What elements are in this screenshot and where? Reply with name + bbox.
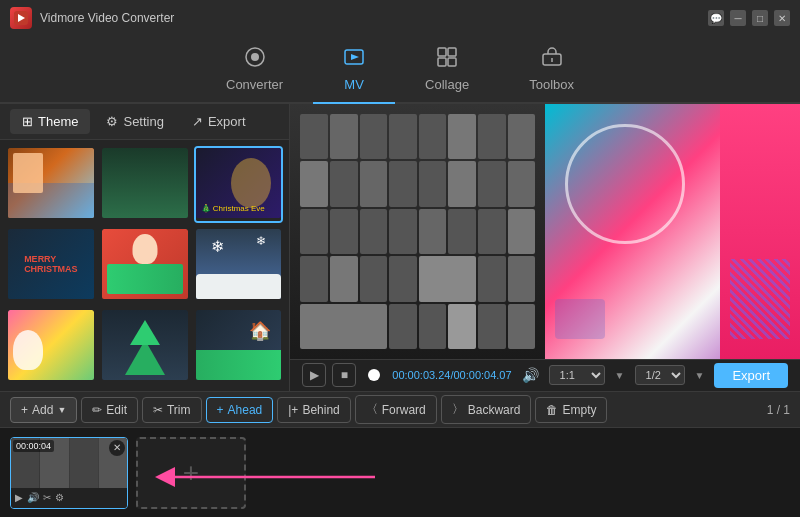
sub-tab-setting[interactable]: ⚙ Setting — [94, 109, 175, 134]
theme-stripes-waves[interactable]: Stripes & Waves — [6, 308, 96, 385]
clip-more-icon[interactable]: ⚙ — [55, 492, 64, 503]
app-logo — [10, 7, 32, 29]
controls-left-group: ▶ ■ — [302, 363, 356, 387]
theme-simple-label: Simple — [102, 218, 188, 223]
trim-button[interactable]: ✂ Trim — [142, 397, 202, 423]
behind-button-label: Behind — [302, 403, 339, 417]
controls-right-group: Export — [714, 363, 788, 388]
ahead-icon: + — [217, 403, 224, 417]
setting-icon: ⚙ — [106, 114, 118, 129]
theme-merry-christmas[interactable]: MERRYCHRISTMAS Merry Christmas — [6, 227, 96, 304]
tab-collage[interactable]: Collage — [395, 38, 499, 102]
volume-icon[interactable]: 🔊 — [522, 367, 539, 383]
theme-snowy-night-label: Snowy Night — [196, 299, 282, 304]
svg-rect-7 — [448, 48, 456, 56]
collage-icon — [436, 46, 458, 73]
timeline-thumb — [368, 369, 380, 381]
chat-button[interactable]: 💬 — [708, 10, 724, 26]
theme-santa-claus[interactable]: Santa Claus — [100, 227, 190, 304]
left-panel: ⊞ Theme ⚙ Setting ↗ Export — [0, 104, 290, 391]
add-button[interactable]: + Add ▼ — [10, 397, 77, 423]
backward-icon: 〉 — [452, 401, 464, 418]
add-clip-button[interactable]: + — [136, 437, 246, 509]
track-clip[interactable]: 00:00:04 ✕ ▶ 🔊 ✂ ⚙ — [10, 437, 128, 509]
theme-beautiful-christmas[interactable]: 🏠 Beautiful Christmas — [194, 308, 284, 385]
tab-toolbox[interactable]: Toolbox — [499, 38, 604, 102]
theme-christmas-tree-label: Christmas Tree — [102, 380, 188, 385]
tab-converter-label: Converter — [226, 77, 283, 92]
theme-christmas-eve[interactable]: 🎄 Christmas Eve Christmas Eve — [194, 146, 284, 223]
trim-icon: ✂ — [153, 403, 163, 417]
theme-simple[interactable]: Simple — [100, 146, 190, 223]
empty-button[interactable]: 🗑 Empty — [535, 397, 607, 423]
video-preview — [290, 104, 800, 359]
theme-christmas-tree[interactable]: Christmas Tree — [100, 308, 190, 385]
backward-button-label: Backward — [468, 403, 521, 417]
theme-beautiful-christmas-label: Beautiful Christmas — [196, 380, 282, 385]
sub-tab-export-label: Export — [208, 114, 246, 129]
title-bar: Vidmore Video Converter 💬 ─ □ ✕ — [0, 0, 800, 36]
tab-mv[interactable]: MV — [313, 38, 395, 104]
svg-point-3 — [251, 53, 259, 61]
page-indicator: 1 / 1 — [767, 403, 790, 417]
sub-tab-theme[interactable]: ⊞ Theme — [10, 109, 90, 134]
clip-close-button[interactable]: ✕ — [109, 440, 125, 456]
theme-merry-christmas-label: Merry Christmas — [8, 299, 94, 304]
edit-button-label: Edit — [106, 403, 127, 417]
add-dropdown-arrow: ▼ — [57, 405, 66, 415]
size-arrow-icon: ▼ — [695, 370, 705, 381]
right-panel: ▶ ■ 00:00:03.24/00:00:04.07 🔊 1:1 16:9 4… — [290, 104, 800, 391]
toolbox-icon — [541, 46, 563, 73]
sub-tab-theme-label: Theme — [38, 114, 78, 129]
time-display: 00:00:03.24/00:00:04.07 — [392, 369, 511, 381]
stop-button[interactable]: ■ — [332, 363, 356, 387]
export-icon: ↗ — [192, 114, 203, 129]
app-title: Vidmore Video Converter — [40, 11, 174, 25]
sub-tab-export[interactable]: ↗ Export — [180, 109, 258, 134]
tab-mv-label: MV — [344, 77, 364, 92]
theme-happy-label: Happy — [8, 218, 94, 223]
sub-tab-setting-label: Setting — [123, 114, 163, 129]
theme-snowy-night[interactable]: ❄ ❄ Snowy Night — [194, 227, 284, 304]
title-bar-left: Vidmore Video Converter — [10, 7, 174, 29]
close-button[interactable]: ✕ — [774, 10, 790, 26]
edit-button[interactable]: ✏ Edit — [81, 397, 138, 423]
svg-marker-5 — [351, 54, 359, 60]
theme-icon: ⊞ — [22, 114, 33, 129]
behind-icon: |+ — [288, 403, 298, 417]
ratio-select[interactable]: 1:1 16:9 4:3 — [549, 365, 605, 385]
bottom-toolbar: + Add ▼ ✏ Edit ✂ Trim + Ahead |+ Behind … — [0, 391, 800, 427]
title-bar-controls: 💬 ─ □ ✕ — [708, 10, 790, 26]
maximize-button[interactable]: □ — [752, 10, 768, 26]
tab-toolbox-label: Toolbox — [529, 77, 574, 92]
clip-volume-icon[interactable]: 🔊 — [27, 492, 39, 503]
converter-icon — [244, 46, 266, 73]
forward-button[interactable]: 〈 Forward — [355, 395, 437, 424]
tab-converter[interactable]: Converter — [196, 38, 313, 102]
svg-rect-9 — [448, 58, 456, 66]
backward-button[interactable]: 〉 Backward — [441, 395, 532, 424]
clip-play-icon[interactable]: ▶ — [15, 492, 23, 503]
forward-button-label: Forward — [382, 403, 426, 417]
ahead-button-label: Ahead — [228, 403, 263, 417]
ahead-button[interactable]: + Ahead — [206, 397, 274, 423]
add-icon: + — [21, 403, 28, 417]
play-button[interactable]: ▶ — [302, 363, 326, 387]
ratio-arrow-icon: ▼ — [615, 370, 625, 381]
main-layout: ⊞ Theme ⚙ Setting ↗ Export — [0, 104, 800, 391]
size-select[interactable]: 1/2 1/1 1/4 — [635, 365, 685, 385]
add-button-label: Add — [32, 403, 53, 417]
theme-stripes-waves-label: Stripes & Waves — [8, 380, 94, 385]
svg-rect-8 — [438, 58, 446, 66]
clip-cut-icon[interactable]: ✂ — [43, 492, 51, 503]
empty-button-label: Empty — [562, 403, 596, 417]
tab-collage-label: Collage — [425, 77, 469, 92]
mv-icon — [343, 46, 365, 73]
behind-button[interactable]: |+ Behind — [277, 397, 351, 423]
edit-icon: ✏ — [92, 403, 102, 417]
trash-icon: 🗑 — [546, 403, 558, 417]
forward-icon: 〈 — [366, 401, 378, 418]
export-button[interactable]: Export — [714, 363, 788, 388]
theme-happy[interactable]: Happy — [6, 146, 96, 223]
minimize-button[interactable]: ─ — [730, 10, 746, 26]
